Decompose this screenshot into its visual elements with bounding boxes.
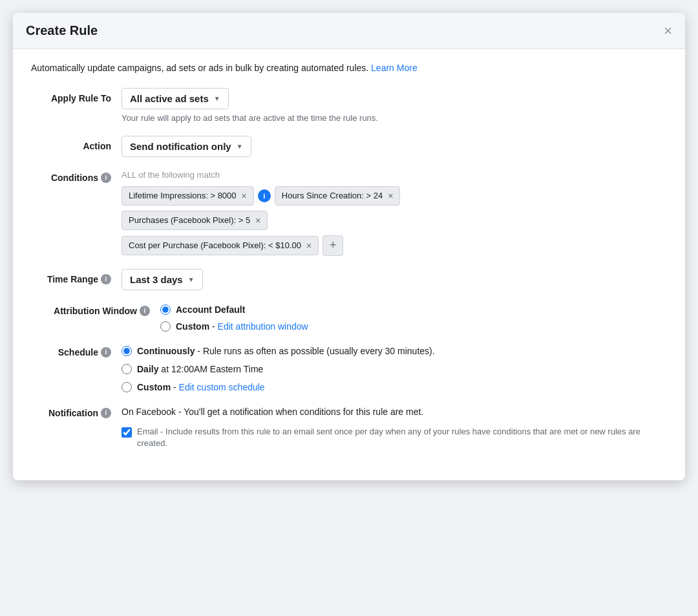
schedule-info-icon[interactable]: i: [101, 347, 111, 357]
conditions-info-icon[interactable]: i: [101, 173, 111, 183]
conditions-content: ALL of the following match Lifetime Impr…: [122, 170, 667, 256]
schedule-custom-radio[interactable]: [122, 382, 132, 392]
modal-header: Create Rule ×: [13, 13, 685, 49]
attribution-account-default-row: Account Default: [160, 304, 667, 315]
email-notification-label: Email - Include results from this rule t…: [137, 426, 641, 449]
remove-purchases-icon[interactable]: ×: [255, 215, 260, 226]
intro-text: Automatically update campaigns, ad sets …: [31, 62, 667, 75]
condition-tag-hours: Hours Since Creation: > 24 ×: [275, 186, 401, 206]
email-notification-checkbox[interactable]: [122, 427, 132, 438]
schedule-continuously-row: Continuously - Rule runs as often as pos…: [122, 346, 667, 356]
schedule-label-col: Schedule i: [31, 345, 122, 357]
condition-tag-cost: Cost per Purchase (Facebook Pixel): < $1…: [122, 236, 319, 255]
apply-rule-row: Apply Rule To All active ad sets ▼ Your …: [31, 88, 667, 123]
attribution-options: Account Default Custom - Edit attributio…: [160, 304, 667, 332]
schedule-daily-radio[interactable]: [122, 364, 132, 374]
schedule-daily-label: Daily at 12:00AM Eastern Time: [137, 364, 263, 374]
schedule-custom-label: Custom - Edit custom schedule: [137, 382, 265, 392]
modal-body: Automatically update campaigns, ad sets …: [13, 49, 685, 480]
time-range-dropdown[interactable]: Last 3 days ▼: [122, 269, 203, 290]
on-facebook-text: On Facebook - You'll get a notification …: [122, 407, 667, 417]
attribution-window-row: Attribution Window i Account Default Cus…: [31, 303, 667, 332]
schedule-custom-row: Custom - Edit custom schedule: [122, 382, 667, 392]
conditions-sublabel: ALL of the following match: [122, 170, 667, 180]
attribution-account-default-radio[interactable]: [160, 304, 171, 315]
modal-title: Create Rule: [26, 23, 98, 38]
condition-info-button[interactable]: i: [258, 189, 271, 202]
attribution-info-icon[interactable]: i: [140, 306, 150, 316]
apply-rule-dropdown[interactable]: All active ad sets ▼: [122, 88, 229, 109]
action-dropdown[interactable]: Send notification only ▼: [122, 136, 251, 157]
conditions-tag-row-3: Cost per Purchase (Facebook Pixel): < $1…: [122, 235, 667, 256]
apply-rule-content: All active ad sets ▼ Your rule will appl…: [122, 88, 667, 123]
attribution-custom-label: Custom - Edit attribution window: [176, 321, 308, 332]
notification-info-icon[interactable]: i: [101, 408, 111, 418]
attribution-account-default-label: Account Default: [176, 304, 245, 315]
time-range-label-col: Time Range i: [31, 269, 122, 284]
edit-schedule-link[interactable]: Edit custom schedule: [179, 382, 265, 392]
condition-tag-purchases: Purchases (Facebook Pixel): > 5 ×: [122, 211, 268, 230]
email-notification-row: Email - Include results from this rule t…: [122, 426, 667, 449]
notification-options: On Facebook - You'll get a notification …: [122, 407, 667, 449]
learn-more-link[interactable]: Learn More: [371, 63, 418, 73]
schedule-continuously-label: Continuously - Rule runs as often as pos…: [137, 346, 435, 356]
chevron-down-icon: ▼: [237, 143, 243, 150]
create-rule-modal: Create Rule × Automatically update campa…: [13, 13, 685, 480]
add-condition-button[interactable]: +: [323, 235, 343, 256]
schedule-row: Schedule i Continuously - Rule runs as o…: [31, 345, 667, 392]
chevron-down-icon: ▼: [188, 276, 195, 283]
schedule-content: Continuously - Rule runs as often as pos…: [122, 345, 667, 392]
time-range-info-icon[interactable]: i: [101, 274, 111, 284]
attribution-custom-row: Custom - Edit attribution window: [160, 321, 667, 332]
edit-attribution-link[interactable]: Edit attribution window: [218, 321, 308, 332]
conditions-tag-row-2: Purchases (Facebook Pixel): > 5 ×: [122, 211, 667, 230]
condition-tag-impressions: Lifetime Impressions: > 8000 ×: [122, 186, 254, 206]
schedule-daily-row: Daily at 12:00AM Eastern Time: [122, 364, 667, 374]
conditions-row: Conditions i ALL of the following match …: [31, 170, 667, 256]
notification-label-col: Notification i: [31, 405, 122, 418]
remove-hours-icon[interactable]: ×: [388, 191, 393, 201]
time-range-row: Time Range i Last 3 days ▼: [31, 269, 667, 290]
action-row: Action Send notification only ▼: [31, 136, 667, 157]
conditions-tag-row-1: Lifetime Impressions: > 8000 × i Hours S…: [122, 186, 667, 206]
time-range-content: Last 3 days ▼: [122, 269, 667, 290]
notification-row: Notification i On Facebook - You'll get …: [31, 405, 667, 449]
remove-impressions-icon[interactable]: ×: [242, 191, 247, 201]
attribution-label-col: Attribution Window i: [31, 303, 160, 316]
schedule-continuously-radio[interactable]: [122, 346, 132, 356]
chevron-down-icon: ▼: [214, 95, 220, 102]
remove-cost-icon[interactable]: ×: [306, 240, 312, 251]
notification-content: On Facebook - You'll get a notification …: [122, 405, 667, 449]
action-label: Action: [31, 136, 122, 151]
attribution-content: Account Default Custom - Edit attributio…: [160, 303, 667, 332]
apply-rule-hint: Your rule will apply to ad sets that are…: [122, 113, 667, 123]
apply-rule-label: Apply Rule To: [31, 88, 122, 103]
action-content: Send notification only ▼: [122, 136, 667, 157]
schedule-options: Continuously - Rule runs as often as pos…: [122, 346, 667, 392]
attribution-custom-radio[interactable]: [160, 321, 171, 332]
conditions-label-col: Conditions i: [31, 170, 122, 183]
close-button[interactable]: ×: [664, 24, 672, 38]
